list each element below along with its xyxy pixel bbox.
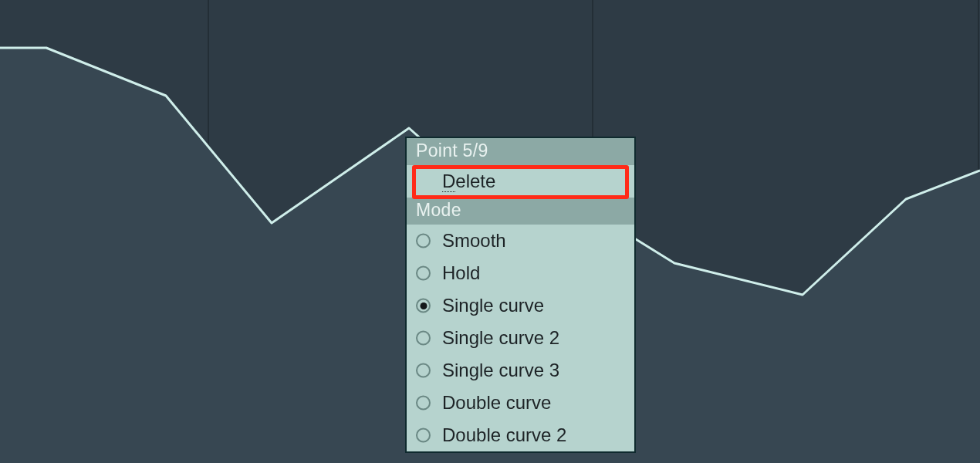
delete-item-label-rest: elete <box>455 171 495 191</box>
mode-option[interactable]: Single curve 3 <box>407 354 634 387</box>
radio-icon <box>416 234 431 248</box>
mode-option[interactable]: Single curve 2 <box>407 322 634 354</box>
mode-option-label: Hold <box>442 262 480 283</box>
mode-option-label: Double curve <box>442 392 551 413</box>
point-context-menu: Point 5/9 Delete Mode SmoothHoldSingle c… <box>405 137 636 453</box>
mode-option[interactable]: Hold <box>407 257 634 289</box>
radio-icon <box>416 299 431 313</box>
delete-mnemonic-char: D <box>442 171 455 192</box>
radio-icon <box>416 428 431 443</box>
mode-option-label: Single curve 2 <box>442 327 559 348</box>
mode-option-label: Smooth <box>442 230 506 251</box>
radio-icon <box>416 363 431 378</box>
radio-icon <box>416 266 431 281</box>
menu-header-point: Point 5/9 <box>407 138 634 165</box>
mode-option[interactable]: Smooth <box>407 225 634 257</box>
mode-option[interactable]: Double curve 2 <box>407 419 634 451</box>
mode-option[interactable]: Single curve <box>407 289 634 322</box>
mode-option[interactable]: Double curve <box>407 387 634 419</box>
radio-icon <box>416 331 431 346</box>
menu-header-mode: Mode <box>407 198 634 225</box>
mode-option-label: Double curve 2 <box>442 424 566 445</box>
delete-item[interactable]: Delete <box>407 165 634 198</box>
mode-option-label: Single curve <box>442 295 544 316</box>
radio-icon <box>416 396 431 411</box>
mode-option-label: Single curve 3 <box>442 360 559 380</box>
